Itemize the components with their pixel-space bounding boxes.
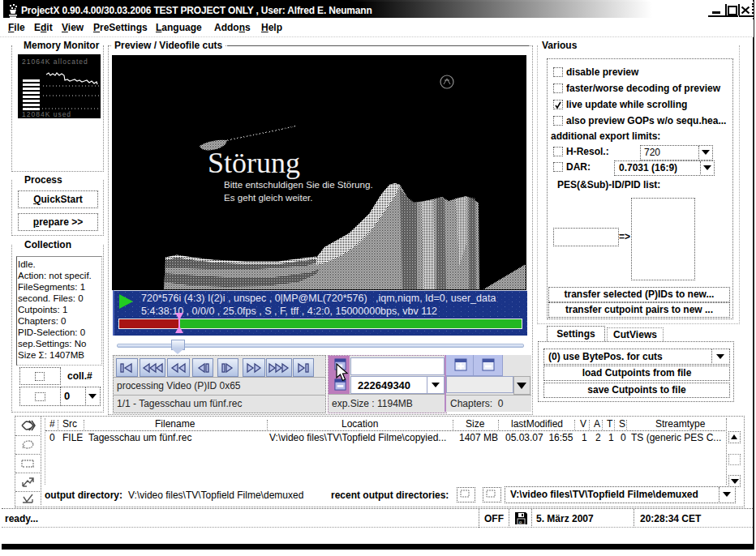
svg-text:12084K used: 12084K used [22, 110, 71, 118]
svg-text:Es geht gleich weiter.: Es geht gleich weiter. [224, 192, 313, 203]
svg-text:21064K allocated: 21064K allocated [22, 58, 88, 66]
svg-text:Störung: Störung [208, 147, 300, 179]
svg-text:Bitte entschuldigen Sie die St: Bitte entschuldigen Sie die Störung. [224, 179, 373, 190]
